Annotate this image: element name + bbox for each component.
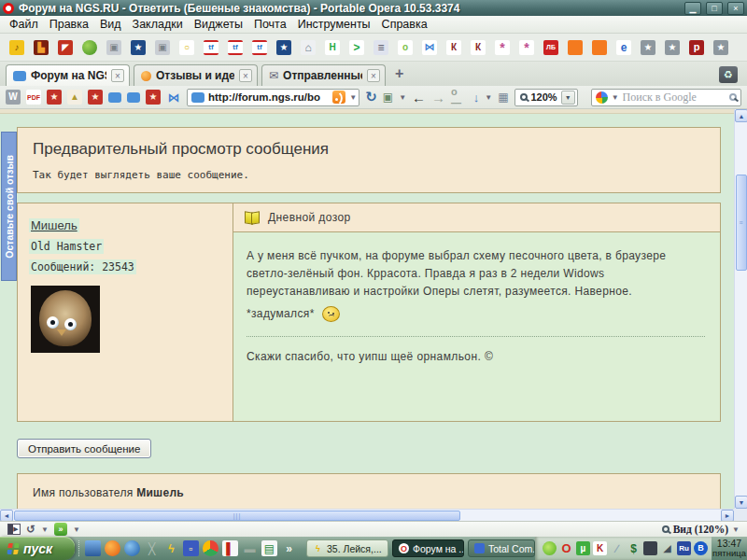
network-signal-icon[interactable]: ◢ [660,541,674,555]
gray-star-icon[interactable]: ★ [641,40,655,55]
lang-indicator[interactable]: Ru [677,541,691,555]
k-icon[interactable]: K [593,541,607,555]
ring-icon[interactable]: ○ [179,40,194,55]
horizontal-scroll-thumb[interactable]: ||| [14,511,460,521]
tfile-icon[interactable]: tf [252,40,267,55]
w-icon[interactable]: W [6,90,21,105]
utorrent-icon[interactable]: µ [576,541,590,555]
k-stamp-icon[interactable]: К [471,40,486,55]
flower-icon[interactable]: * [495,40,510,55]
taskbar-clock[interactable]: 13:47 пятница [712,539,747,559]
scroll-up-icon[interactable]: ▲ [735,109,747,122]
view-dropdown-icon[interactable]: ▼ [732,525,740,534]
menu-item-file[interactable]: Файл [4,18,44,31]
sync-dropdown-icon[interactable]: ▼ [41,525,49,534]
address-dropdown-icon[interactable]: ▼ [349,93,357,102]
gray-star-icon[interactable]: ★ [665,40,680,55]
search-icon[interactable] [729,93,737,101]
star-badge-icon[interactable]: ★ [276,40,291,55]
images-toggle-icon[interactable]: ▦ [498,91,508,104]
tab-forum[interactable]: Форум на NGS.R... × [6,64,130,86]
taskbar-task-total-commander[interactable]: Total Com... [468,539,535,557]
chat-bubble-icon[interactable] [108,92,121,103]
tfile-icon[interactable]: tf [228,40,243,55]
new-tab-button[interactable]: + [395,65,403,82]
icq-flower-icon[interactable] [543,541,557,555]
brush-icon[interactable]: ∕ [610,541,624,555]
rss-icon[interactable] [332,91,345,104]
tab-sent[interactable]: ✉ Отправленные × [261,64,386,86]
menu-item-widgets[interactable]: Виджеты [189,18,248,31]
trash-cup-icon[interactable]: ▣ [155,40,170,55]
restore-button[interactable]: □ [706,2,723,15]
chrome-icon[interactable] [203,540,218,556]
address-field[interactable]: http://forum.ngs.ru/bo ▼ [187,89,359,106]
closed-tabs-trash-icon[interactable]: ♻ [719,66,738,83]
tab-feedback[interactable]: Отзывы и идеи ... × [134,64,258,86]
page-image-icon[interactable]: ▣ [383,91,393,104]
excel-doc-icon[interactable]: ▤ [261,540,277,556]
back-button[interactable]: ← [412,90,426,105]
submit-message-button[interactable]: Отправить сообщение [17,439,151,458]
flower-icon[interactable]: * [519,40,534,55]
zoom-dropdown-icon[interactable]: ▼ [561,91,575,105]
orange-square-icon[interactable] [592,40,607,55]
search-input[interactable]: Поиск в Google [623,91,726,105]
p-icon[interactable]: p [689,40,704,55]
sync-icon[interactable]: ↺ [26,523,35,536]
utility-icon[interactable]: ╳ [144,540,160,556]
turbo-dropdown-icon[interactable]: ▼ [73,525,80,534]
download-dropdown-icon[interactable]: ▼ [485,93,492,102]
trash-cup-icon[interactable]: ▣ [106,40,121,55]
list-icon[interactable]: ≡ [374,40,388,55]
start-button[interactable]: пуск [0,537,75,560]
menu-item-help[interactable]: Справка [376,18,433,31]
pdf-icon[interactable]: PDF [26,90,41,105]
forward-button[interactable]: → [431,90,445,105]
city-icon[interactable]: ▙ [34,40,49,55]
drive-icon[interactable]: ▬ [242,540,258,556]
music-note-icon[interactable]: ♪ [9,40,24,55]
red-site-icon[interactable]: ЛБ [543,40,558,55]
horizontal-scrollbar[interactable]: ◄ ||| ► [0,509,734,521]
close-button[interactable]: × [727,2,744,15]
menu-item-edit[interactable]: Правка [44,18,94,31]
show-desktop-icon[interactable] [85,540,101,556]
tab-close-icon[interactable]: × [367,69,380,82]
green-h-icon[interactable]: Н [325,40,340,55]
e-pencil-icon[interactable]: e [616,40,631,55]
chat-bubble-icon[interactable] [127,92,140,103]
triangle-icon[interactable]: ▲ [67,90,82,105]
vertical-scrollbar[interactable]: ▲ ≡ ▼ [734,109,747,509]
green-globe-icon[interactable] [82,40,97,55]
chevron-expand-icon[interactable]: » [281,540,297,556]
menu-item-tools[interactable]: Инструменты [292,18,376,31]
search-engine-dropdown-icon[interactable]: ▼ [612,93,619,102]
menu-item-bookmarks[interactable]: Закладки [127,18,189,31]
download-icon[interactable]: ↓ [473,91,480,105]
red-star-icon[interactable]: ★ [47,90,62,105]
gray-star-icon[interactable]: ★ [713,40,728,55]
turbo-icon[interactable]: » [54,523,67,536]
star-badge-icon[interactable]: ★ [131,40,146,55]
firefox-icon[interactable] [105,540,120,556]
browser-icon[interactable] [124,540,140,556]
tfile-icon[interactable]: tf [204,40,218,55]
k-stamp-icon[interactable]: К [446,40,461,55]
currency-icon[interactable]: $ [627,541,641,555]
tab-close-icon[interactable]: × [111,69,124,82]
feedback-side-tab[interactable]: Оставьте свой отзыв [1,132,17,281]
author-link[interactable]: Мишель [29,218,79,232]
home-icon[interactable]: ⌂ [301,40,316,55]
tab-close-icon[interactable]: × [239,69,252,82]
key-wand-icon[interactable]: o— [451,86,468,108]
red-star-icon[interactable]: ★ [146,90,161,105]
menu-item-view[interactable]: Вид [94,18,127,31]
opera-tray-icon[interactable]: O [559,541,573,555]
vertical-scroll-thumb[interactable]: ≡ [736,175,747,271]
floppy-save-icon[interactable]: ▫ [183,540,199,556]
bluetooth-icon[interactable]: B [694,541,708,555]
red-star-icon[interactable]: ★ [88,90,103,105]
zoom-control[interactable]: 120% ▼ [514,89,578,106]
butterfly-icon[interactable]: ⋈ [422,40,437,55]
